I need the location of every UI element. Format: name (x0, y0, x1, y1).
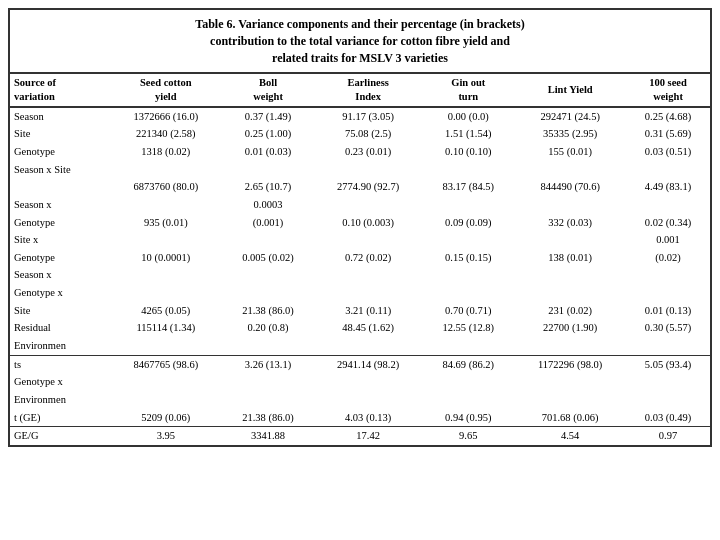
seed100-cell: 0.02 (0.34) (626, 214, 710, 232)
seed-cell (110, 231, 222, 249)
earliness-cell (314, 337, 422, 355)
ginout-cell (422, 284, 514, 302)
lint-cell: 844490 (70.6) (514, 178, 626, 196)
earliness-cell: 91.17 (3.05) (314, 107, 422, 126)
seed-cell: 3.95 (110, 427, 222, 445)
seed-cell: 6873760 (80.0) (110, 178, 222, 196)
earliness-cell (314, 373, 422, 391)
boll-cell (222, 337, 314, 355)
ginout-cell: 0.10 (0.10) (422, 143, 514, 161)
seed-cell (110, 337, 222, 355)
ginout-cell (422, 391, 514, 409)
seed-cell (110, 391, 222, 409)
seed100-cell (626, 284, 710, 302)
lint-cell: 292471 (24.5) (514, 107, 626, 126)
seed-cell: 5209 (0.06) (110, 409, 222, 427)
ginout-cell: 12.55 (12.8) (422, 319, 514, 337)
earliness-cell: 4.03 (0.13) (314, 409, 422, 427)
source-cell: Environmen (10, 391, 110, 409)
source-cell: Site (10, 302, 110, 320)
seed100-cell: 0.30 (5.57) (626, 319, 710, 337)
seed100-cell: 0.25 (4.68) (626, 107, 710, 126)
ginout-cell: 83.17 (84.5) (422, 178, 514, 196)
seed100-cell (626, 161, 710, 179)
earliness-cell: 2774.90 (92.7) (314, 178, 422, 196)
source-cell: ts (10, 355, 110, 373)
earliness-cell: 75.08 (2.5) (314, 125, 422, 143)
boll-cell (222, 266, 314, 284)
boll-cell (222, 161, 314, 179)
ginout-cell: 0.70 (0.71) (422, 302, 514, 320)
boll-cell: 0.005 (0.02) (222, 249, 314, 267)
lint-cell (514, 161, 626, 179)
ginout-cell: 9.65 (422, 427, 514, 445)
boll-cell: 21.38 (86.0) (222, 302, 314, 320)
table-row: Season x (10, 266, 710, 284)
main-table-container: Table 6. Variance components and their p… (8, 8, 712, 447)
source-cell: Season (10, 107, 110, 126)
table-row: Environmen (10, 337, 710, 355)
seed-cell (110, 266, 222, 284)
source-cell: Genotype (10, 143, 110, 161)
seed100-cell: 0.01 (0.13) (626, 302, 710, 320)
col-lint-yield: Lint Yield (514, 74, 626, 106)
source-cell: Genotype (10, 249, 110, 267)
seed-cell (110, 284, 222, 302)
boll-cell: 3.26 (13.1) (222, 355, 314, 373)
earliness-cell: 0.72 (0.02) (314, 249, 422, 267)
data-table: Source of variation Seed cotton yield Bo… (10, 74, 710, 444)
seed100-cell (626, 391, 710, 409)
ginout-cell: 0.09 (0.09) (422, 214, 514, 232)
ginout-cell: 0.94 (0.95) (422, 409, 514, 427)
col-gin-out: Gin out turn (422, 74, 514, 106)
earliness-cell (314, 231, 422, 249)
table-header: Source of variation Seed cotton yield Bo… (10, 74, 710, 106)
ginout-cell: 0.15 (0.15) (422, 249, 514, 267)
lint-cell (514, 196, 626, 214)
source-cell: Residual (10, 319, 110, 337)
boll-cell: 3341.88 (222, 427, 314, 445)
earliness-cell (314, 391, 422, 409)
lint-cell: 35335 (2.95) (514, 125, 626, 143)
table-row: Season1372666 (16.0)0.37 (1.49)91.17 (3.… (10, 107, 710, 126)
boll-cell: 0.25 (1.00) (222, 125, 314, 143)
ginout-cell: 84.69 (86.2) (422, 355, 514, 373)
ginout-cell (422, 337, 514, 355)
earliness-cell (314, 284, 422, 302)
seed100-cell: 4.49 (83.1) (626, 178, 710, 196)
table-row: Genotype10 (0.0001)0.005 (0.02)0.72 (0.0… (10, 249, 710, 267)
seed100-cell (626, 337, 710, 355)
source-cell: Site (10, 125, 110, 143)
source-cell: Season x Site (10, 161, 110, 179)
seed100-cell (626, 373, 710, 391)
boll-cell: 0.0003 (222, 196, 314, 214)
table-row: 6873760 (80.0)2.65 (10.7)2774.90 (92.7)8… (10, 178, 710, 196)
lint-cell (514, 266, 626, 284)
table-row: Residual115114 (1.34)0.20 (0.8)48.45 (1.… (10, 319, 710, 337)
source-cell (10, 178, 110, 196)
earliness-cell: 48.45 (1.62) (314, 319, 422, 337)
seed-cell: 4265 (0.05) (110, 302, 222, 320)
table-row: Site221340 (2.58)0.25 (1.00)75.08 (2.5)1… (10, 125, 710, 143)
ginout-cell (422, 266, 514, 284)
seed100-cell (626, 266, 710, 284)
earliness-cell: 17.42 (314, 427, 422, 445)
lint-cell: 1172296 (98.0) (514, 355, 626, 373)
earliness-cell: 0.10 (0.003) (314, 214, 422, 232)
boll-cell (222, 231, 314, 249)
earliness-cell: 2941.14 (98.2) (314, 355, 422, 373)
table-row: Season x0.0003 (10, 196, 710, 214)
seed-cell: 221340 (2.58) (110, 125, 222, 143)
boll-cell: 2.65 (10.7) (222, 178, 314, 196)
boll-cell (222, 391, 314, 409)
table-row: Site4265 (0.05)21.38 (86.0)3.21 (0.11)0.… (10, 302, 710, 320)
seed-cell: 10 (0.0001) (110, 249, 222, 267)
lint-cell: 138 (0.01) (514, 249, 626, 267)
seed-cell: 1318 (0.02) (110, 143, 222, 161)
lint-cell (514, 373, 626, 391)
seed100-cell (626, 196, 710, 214)
seed-cell (110, 373, 222, 391)
table-row: Genotype1318 (0.02)0.01 (0.03)0.23 (0.01… (10, 143, 710, 161)
source-cell: Season x (10, 266, 110, 284)
table-row: Genotype x (10, 373, 710, 391)
